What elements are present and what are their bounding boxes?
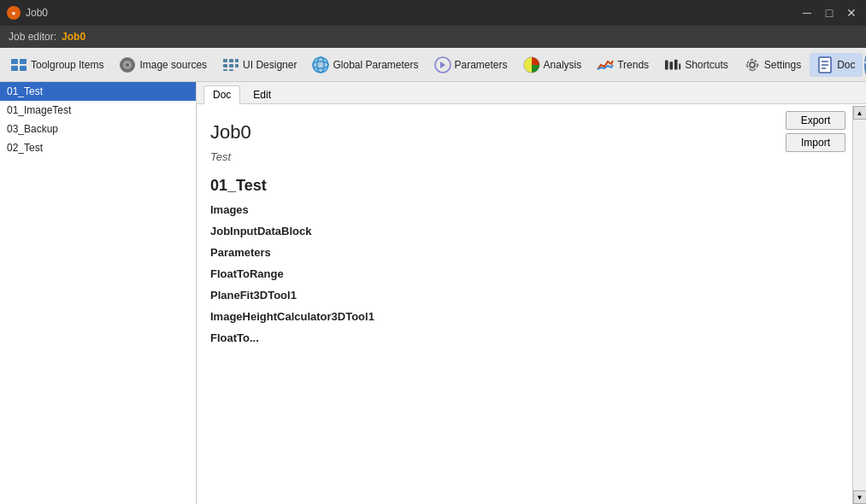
svg-rect-1: [20, 59, 27, 64]
toolbar-global-parameters-label: Global Parameters: [333, 59, 418, 71]
toolbar-shortcuts[interactable]: Shortcuts: [657, 53, 735, 77]
toolgroup-icon: [10, 56, 27, 73]
doc-sub-floatto: FloatTo...: [210, 331, 845, 344]
doc-sub-imageheight: ImageHeightCalculator3DTool1: [210, 310, 845, 323]
toolbar-doc-label: Doc: [837, 59, 855, 71]
window-title: Job0: [26, 7, 48, 19]
shortcuts-icon: [664, 56, 681, 73]
title-bar-left: ● Job0: [7, 6, 48, 20]
global-parameters-icon: [312, 56, 329, 73]
doc-sub-images: Images: [210, 203, 845, 216]
doc-sub-jobinput: JobInputDataBlock: [210, 225, 845, 237]
toolbar-shortcuts-label: Shortcuts: [685, 59, 728, 71]
svg-point-26: [747, 60, 757, 70]
toolbar-trends[interactable]: Trends: [590, 53, 656, 77]
action-buttons: Export Import: [786, 111, 845, 152]
svg-rect-0: [11, 59, 18, 64]
toolbar-toolgroup-items[interactable]: Toolgroup Items: [3, 53, 110, 77]
svg-rect-10: [223, 64, 227, 67]
tab-doc[interactable]: Doc: [203, 85, 240, 104]
analysis-icon: [523, 56, 540, 73]
scroll-up-arrow[interactable]: ▲: [853, 106, 867, 120]
main-content: 01_Test 01_ImageTest 03_Backup 02_Test D…: [0, 82, 866, 504]
svg-rect-11: [229, 64, 233, 67]
svg-rect-13: [223, 69, 227, 71]
svg-rect-3: [20, 66, 27, 71]
list-item-01imagetest[interactable]: 01_ImageTest: [0, 101, 196, 120]
doc-content: Export Import Job0 Test 01_Test Images J…: [197, 104, 866, 504]
toolbar-settings-label: Settings: [764, 59, 801, 71]
svg-rect-8: [229, 59, 233, 62]
export-button[interactable]: Export: [786, 111, 845, 130]
toolbar-ui-designer-label: UI Designer: [243, 59, 297, 71]
toolbar-image-sources-label: Image sources: [139, 59, 207, 71]
right-panel: Doc Edit Export Import Job0 Test 01_Test…: [197, 82, 866, 504]
toolbar-analysis[interactable]: Analysis: [516, 53, 589, 77]
svg-rect-9: [235, 59, 239, 62]
image-sources-icon: [119, 56, 136, 73]
minimize-button[interactable]: ─: [799, 5, 815, 21]
ui-designer-icon: [222, 56, 239, 73]
parameters-icon: [434, 56, 451, 73]
job-editor-bar: Job editor: Job0: [0, 26, 866, 48]
doc-sub-parameters: Parameters: [210, 246, 845, 259]
scrollbar: ▲ ▼: [852, 106, 866, 504]
toolbar-settings[interactable]: Settings: [737, 53, 808, 77]
doc-sub-planefit: PlaneFit3DTool1: [210, 289, 845, 302]
svg-rect-7: [223, 59, 227, 62]
scroll-down-arrow[interactable]: ▼: [853, 490, 867, 504]
list-item-01test[interactable]: 01_Test: [0, 82, 196, 101]
toolbar-parameters-label: Parameters: [455, 59, 508, 71]
list-item-02test[interactable]: 02_Test: [0, 138, 196, 157]
close-button[interactable]: ✕: [844, 5, 859, 21]
toolbar: Toolgroup Items Image sources UI Designe…: [0, 48, 866, 82]
window-controls: ─ □ ✕: [799, 5, 859, 21]
toolbar-ui-designer[interactable]: UI Designer: [215, 53, 303, 77]
svg-rect-2: [11, 66, 18, 71]
app-icon: ●: [7, 6, 21, 20]
svg-point-25: [750, 62, 755, 67]
job-name-label: Job0: [62, 31, 85, 43]
sub-tabs: Doc Edit: [197, 82, 866, 104]
doc-icon: [816, 56, 834, 73]
trends-icon: [597, 56, 614, 73]
tab-edit[interactable]: Edit: [244, 85, 280, 103]
list-item-03backup[interactable]: 03_Backup: [0, 120, 196, 138]
job-editor-label: Job editor:: [9, 31, 56, 43]
svg-point-6: [126, 63, 129, 67]
toolbar-toolgroup-label: Toolgroup Items: [31, 59, 103, 71]
left-panel: 01_Test 01_ImageTest 03_Backup 02_Test: [0, 82, 197, 504]
svg-rect-21: [665, 60, 669, 69]
settings-icon: [744, 56, 761, 73]
maximize-button[interactable]: □: [822, 5, 837, 21]
toolbar-global-parameters[interactable]: Global Parameters: [305, 53, 425, 77]
import-button[interactable]: Import: [786, 133, 845, 152]
toolbar-image-sources[interactable]: Image sources: [112, 53, 214, 77]
doc-subtitle: Test: [210, 150, 845, 163]
doc-section-01test: 01_Test: [210, 177, 845, 195]
toolbar-parameters[interactable]: Parameters: [427, 53, 515, 77]
toolbar-trends-label: Trends: [617, 59, 649, 71]
toolbar-doc[interactable]: Doc: [810, 53, 862, 77]
svg-rect-24: [679, 63, 680, 69]
doc-sub-floattorange: FloatToRange: [210, 267, 845, 280]
doc-main-title: Job0: [210, 121, 845, 144]
svg-rect-14: [229, 69, 233, 71]
toolbar-analysis-label: Analysis: [544, 59, 582, 71]
svg-rect-23: [675, 59, 678, 69]
title-bar: ● Job0 ─ □ ✕: [0, 0, 866, 26]
svg-rect-12: [235, 64, 239, 67]
svg-rect-22: [669, 62, 673, 69]
